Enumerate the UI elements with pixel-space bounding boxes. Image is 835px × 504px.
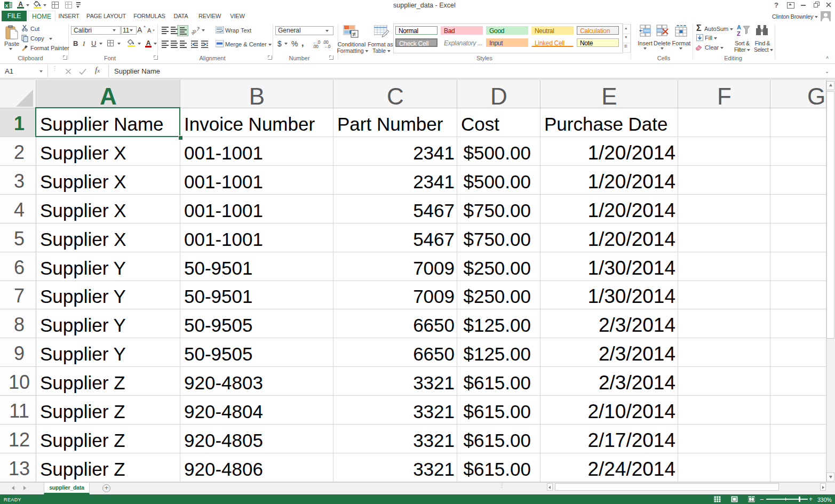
- svg-text:X: X: [5, 3, 9, 9]
- svg-text:Z: Z: [737, 30, 741, 37]
- svg-text:≠: ≠: [353, 30, 356, 38]
- svg-text:A: A: [737, 24, 741, 30]
- svg-text:ab: ab: [190, 28, 197, 35]
